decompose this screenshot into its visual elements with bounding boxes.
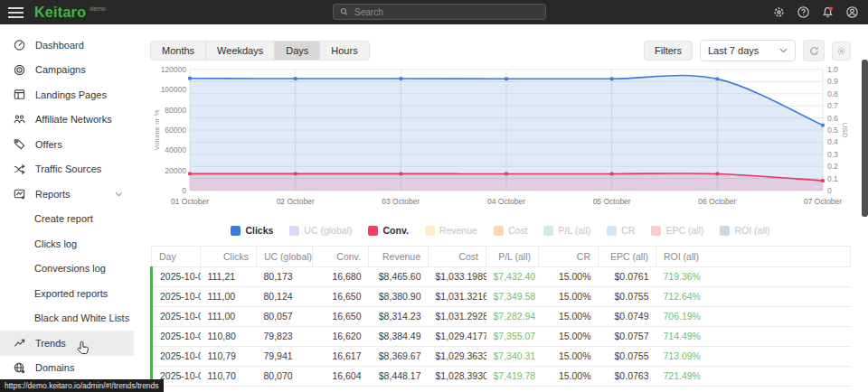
menu-icon[interactable] bbox=[0, 0, 31, 24]
date-range-select[interactable]: Last 7 days bbox=[700, 40, 796, 61]
table-row[interactable]: 2025-10-03111,0080,05716,650$8,314.23$1,… bbox=[152, 307, 851, 327]
sidebar-item-reports[interactable]: Reports bbox=[0, 182, 134, 207]
legend-swatch bbox=[494, 226, 504, 236]
sidebar-item-label: Black and White Lists bbox=[34, 313, 129, 323]
sidebar-item-traffic-sources[interactable]: Traffic Sources bbox=[0, 157, 134, 182]
right-axis-tick: 0.1 bbox=[827, 174, 838, 183]
table-row[interactable]: 2025-10-02111,0080,12416,650$8,380.90$1,… bbox=[152, 287, 851, 307]
table-row[interactable]: 2025-10-06110,7080,07016,604$8,448.17$1,… bbox=[152, 367, 851, 387]
table-row[interactable]: 2025-10-05110,7979,94116,617$8,369.67$1,… bbox=[152, 347, 851, 367]
tab-months[interactable]: Months bbox=[151, 42, 206, 60]
legend-item-conv[interactable]: Conv. bbox=[368, 225, 408, 236]
legend-item-p-l-all[interactable]: P/L (all) bbox=[543, 225, 590, 236]
cell-cost: $612.5678 bbox=[429, 387, 486, 392]
account-button[interactable] bbox=[844, 5, 859, 20]
tab-days[interactable]: Days bbox=[275, 42, 320, 60]
column-header-day[interactable]: Day bbox=[152, 247, 201, 267]
offers-icon bbox=[13, 137, 26, 151]
cell-revenue: $8,380.90 bbox=[369, 287, 429, 307]
sidebar-item-domains[interactable]: Domains bbox=[0, 356, 134, 381]
scrollbar-thumb[interactable] bbox=[862, 60, 868, 217]
legend-label: P/L (all) bbox=[558, 225, 590, 236]
cell-uc-global: 80,173 bbox=[257, 267, 313, 287]
legend-item-cr[interactable]: CR bbox=[607, 225, 635, 236]
cell-cr: 15.00% bbox=[539, 367, 599, 387]
column-header-p-l-all[interactable]: P/L (all) bbox=[486, 247, 539, 267]
cell-uc-global: 80,124 bbox=[257, 287, 313, 307]
settings-gear-button[interactable] bbox=[771, 5, 786, 20]
sidebar-item-conversions-log[interactable]: Conversions log bbox=[0, 257, 134, 282]
sidebar-item-affiliate-networks[interactable]: Affiliate Networks bbox=[0, 107, 134, 133]
cell-epc-all: $0.0749 bbox=[599, 307, 656, 327]
cell-cost: $1,029.3633 bbox=[429, 347, 486, 367]
column-header-epc-all[interactable]: EPC (all) bbox=[599, 247, 656, 267]
chart-settings-button[interactable] bbox=[832, 42, 851, 61]
refresh-icon bbox=[808, 45, 820, 57]
help-button[interactable] bbox=[796, 5, 810, 20]
dashboard-icon bbox=[13, 38, 26, 51]
sidebar-item-campaigns[interactable]: Campaigns bbox=[0, 58, 134, 83]
column-header-revenue[interactable]: Revenue bbox=[369, 247, 429, 267]
period-tabs: MonthsWeekdaysDaysHours bbox=[150, 41, 370, 61]
cell-uc-global: 47,355 bbox=[257, 387, 313, 392]
filters-button[interactable]: Filters bbox=[644, 41, 693, 61]
column-header-conv[interactable]: Conv. bbox=[313, 247, 369, 267]
legend-label: EPC (all) bbox=[665, 225, 703, 236]
sidebar-item-label: Trends bbox=[35, 338, 66, 349]
legend-swatch bbox=[368, 226, 378, 236]
cell-clicks: 111,00 bbox=[201, 307, 257, 327]
cell-cost: $1,031.3216 bbox=[429, 287, 486, 307]
legend-label: Conv. bbox=[382, 225, 408, 236]
column-header-uc-global[interactable]: UC (global) bbox=[257, 247, 313, 267]
right-axis-title: USD bbox=[841, 123, 849, 138]
cell-cr: 15.13% bbox=[539, 387, 599, 392]
account-icon bbox=[845, 5, 859, 19]
data-point bbox=[294, 173, 297, 176]
x-axis-label: 04 October bbox=[487, 197, 525, 206]
column-header-cost[interactable]: Cost bbox=[429, 247, 486, 267]
search-bar[interactable] bbox=[333, 4, 546, 20]
legend-item-cost[interactable]: Cost bbox=[494, 225, 528, 236]
sidebar-item-label: Exported reports bbox=[34, 288, 108, 299]
cell-epc-all: $0.0755 bbox=[599, 347, 656, 367]
sidebar-item-black-and-white-lists[interactable]: Black and White Lists bbox=[0, 306, 134, 331]
legend-item-revenue[interactable]: Revenue bbox=[425, 225, 477, 236]
search-input[interactable] bbox=[354, 7, 540, 17]
tab-hours[interactable]: Hours bbox=[320, 42, 368, 60]
sidebar-item-offers[interactable]: Offers bbox=[0, 132, 134, 157]
cell-epc-all: $0.0757 bbox=[599, 327, 656, 347]
legend-item-clicks[interactable]: Clicks bbox=[231, 225, 273, 236]
sidebar-item-create-report[interactable]: Create report bbox=[0, 207, 134, 232]
sidebar-item-landings-pages[interactable]: Landings Pages bbox=[0, 82, 134, 107]
legend-label: UC (global) bbox=[304, 225, 352, 236]
cell-cr: 15.00% bbox=[539, 287, 599, 307]
sidebar-item-trends[interactable]: Trends bbox=[0, 331, 134, 356]
sidebar-item-clicks-log[interactable]: Clicks log bbox=[0, 231, 134, 257]
cell-revenue: $8,314.23 bbox=[369, 307, 429, 327]
legend-item-uc-global[interactable]: UC (global) bbox=[289, 225, 352, 236]
legend-swatch bbox=[651, 226, 661, 236]
right-axis-tick: 0.3 bbox=[827, 150, 838, 159]
column-header-roi-all[interactable]: ROI (all) bbox=[656, 247, 851, 267]
left-axis-tick: 80000 bbox=[165, 106, 186, 115]
table-row[interactable]: 2025-10-01111,2180,17316,680$8,465.60$1,… bbox=[152, 267, 851, 287]
cell-p-l-all: $7,419.78 bbox=[486, 367, 539, 387]
table-row[interactable]: 2025-10-0764,7947,3559,804$4,941.85$612.… bbox=[152, 387, 851, 392]
x-axis-label: 05 October bbox=[593, 197, 631, 206]
column-header-clicks[interactable]: Clicks bbox=[201, 247, 257, 267]
sidebar-item-dashboard[interactable]: Dashboard bbox=[0, 33, 134, 58]
legend-item-roi-all[interactable]: ROI (all) bbox=[720, 225, 769, 236]
table-row[interactable]: 2025-10-04110,8079,82316,620$8,384.49$1,… bbox=[152, 327, 851, 347]
cell-p-l-all: $7,340.31 bbox=[486, 347, 539, 367]
tab-weekdays[interactable]: Weekdays bbox=[206, 42, 275, 60]
sidebar-item-label: Clicks log bbox=[34, 238, 77, 249]
legend-swatch bbox=[231, 226, 241, 236]
column-header-cr[interactable]: CR bbox=[539, 247, 599, 267]
refresh-button[interactable] bbox=[803, 40, 825, 61]
notifications-button[interactable] bbox=[820, 5, 835, 20]
legend-label: Cost bbox=[508, 225, 528, 236]
legend-item-epc-all[interactable]: EPC (all) bbox=[651, 225, 703, 236]
sidebar-item-exported-reports[interactable]: Exported reports bbox=[0, 281, 134, 306]
cell-conv: 16,650 bbox=[313, 287, 369, 307]
cell-day: 2025-10-03 bbox=[152, 307, 201, 327]
